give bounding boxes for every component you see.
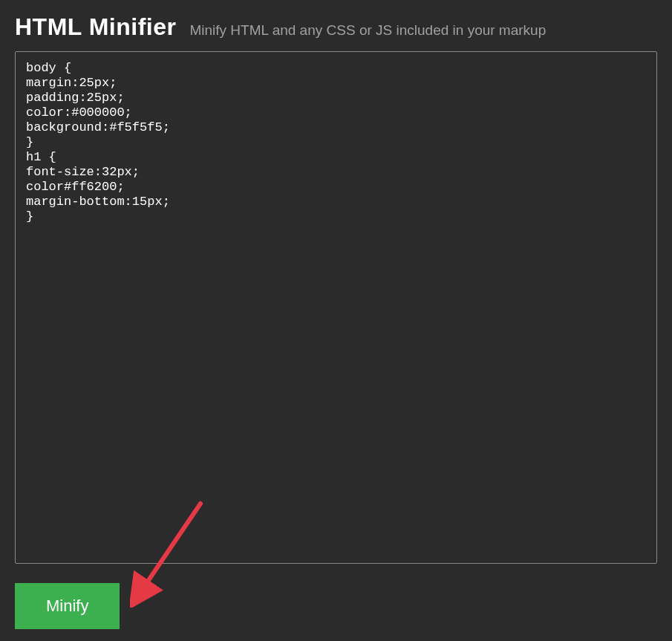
page-title: HTML Minifier [15, 13, 176, 41]
minify-button[interactable]: Minify [15, 583, 120, 629]
editor-container [15, 51, 657, 567]
page-subtitle: Minify HTML and any CSS or JS included i… [189, 22, 546, 39]
code-input[interactable] [15, 51, 657, 564]
header: HTML Minifier Minify HTML and any CSS or… [0, 0, 672, 51]
